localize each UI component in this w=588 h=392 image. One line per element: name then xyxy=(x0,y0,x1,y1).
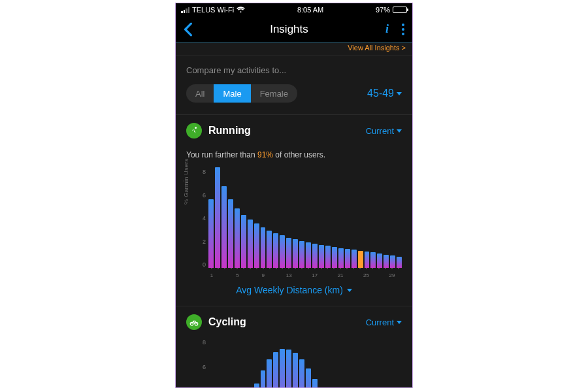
seg-male[interactable]: Male xyxy=(214,84,250,103)
nav-bar: Insights i xyxy=(176,16,412,42)
wifi-icon xyxy=(237,7,245,13)
activity-running: Running Current You run farther than 91%… xyxy=(176,115,412,306)
chevron-down-icon xyxy=(397,92,402,95)
running-chart: % Garmin Users 86420 1591317212529 xyxy=(186,169,402,280)
age-range-dropdown[interactable]: 45-49 xyxy=(367,88,402,99)
battery-icon xyxy=(393,7,407,13)
chart-bars xyxy=(208,169,402,268)
activity-cycling: Cycling Current 86 xyxy=(176,306,412,388)
chevron-down-icon xyxy=(397,321,402,324)
x-ticks: 1591317212529 xyxy=(208,270,402,280)
chart-bars xyxy=(208,351,402,388)
y-axis-label: % Garmin Users xyxy=(183,159,189,204)
gender-segment: All Male Female xyxy=(186,84,297,103)
more-menu-icon[interactable] xyxy=(402,24,404,35)
seg-all[interactable]: All xyxy=(186,84,214,103)
compare-section: Compare my activities to... All Male Fem… xyxy=(176,56,412,115)
back-button[interactable] xyxy=(184,22,193,37)
chevron-down-icon xyxy=(397,129,402,133)
running-blurb: You run farther than 91% of other users. xyxy=(186,150,402,159)
activity-title-running: Running xyxy=(208,125,251,137)
cellular-signal-icon xyxy=(181,7,189,13)
period-dropdown-cycling[interactable]: Current xyxy=(366,318,402,327)
phone-frame: TELUS Wi-Fi 8:05 AM 97% Insights i View … xyxy=(175,3,413,388)
activity-title-cycling: Cycling xyxy=(208,316,246,328)
page-title: Insights xyxy=(270,23,308,36)
svg-point-0 xyxy=(195,127,197,129)
status-bar: TELUS Wi-Fi 8:05 AM 97% xyxy=(176,3,412,16)
running-icon xyxy=(186,123,202,139)
y-ticks: 86 xyxy=(198,339,206,388)
info-button[interactable]: i xyxy=(385,22,389,36)
carrier-label: TELUS Wi-Fi xyxy=(192,6,234,14)
seg-female[interactable]: Female xyxy=(251,84,297,103)
compare-label: Compare my activities to... xyxy=(186,65,402,75)
cycling-icon xyxy=(186,314,202,330)
view-all-link[interactable]: View All Insights > xyxy=(176,42,412,56)
cycling-chart: 86 xyxy=(186,339,402,388)
y-ticks: 86420 xyxy=(198,169,206,268)
clock: 8:05 AM xyxy=(297,6,323,14)
battery-pct: 97% xyxy=(376,6,390,14)
period-dropdown-running[interactable]: Current xyxy=(366,126,402,136)
chevron-down-icon xyxy=(347,289,352,292)
x-axis-dropdown[interactable]: Avg Weekly Distance (km) xyxy=(186,285,402,295)
